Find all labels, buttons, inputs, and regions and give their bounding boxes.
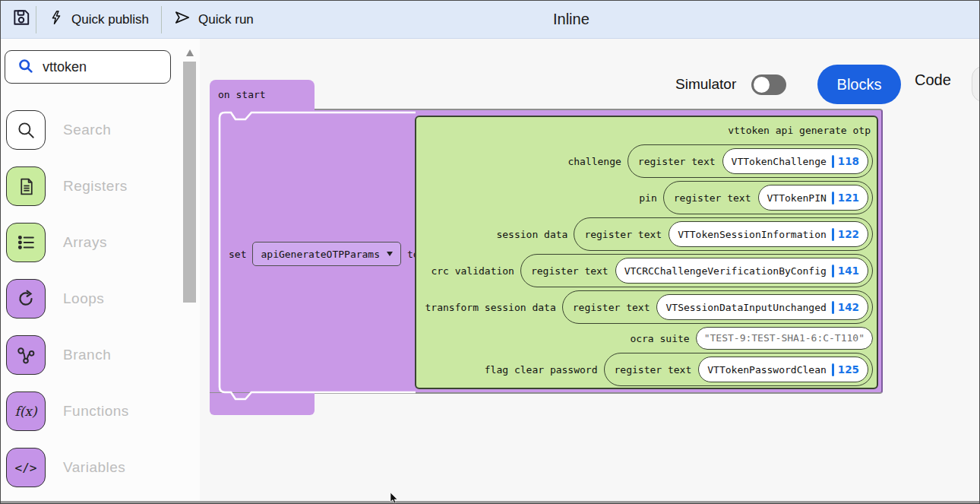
- register-field[interactable]: VTTokenPasswordClean 125: [698, 357, 868, 382]
- list-icon: [6, 223, 46, 262]
- run-send-icon: [174, 9, 191, 30]
- api-row-flag-clear-password: flag clear password register text VTToke…: [485, 353, 873, 386]
- sidebar-item-label: Registers: [63, 166, 128, 206]
- sidebar-item-registers[interactable]: Registers: [6, 166, 181, 206]
- simulator-toggle[interactable]: [751, 74, 786, 95]
- register-input[interactable]: register text VTSessionDataInputUnchange…: [562, 290, 873, 324]
- variable-dropdown[interactable]: apiGenerateOTPParams: [252, 242, 401, 266]
- register-name: VTTokenPIN: [767, 192, 827, 204]
- quick-run-button[interactable]: Quick run: [162, 1, 266, 39]
- register-field[interactable]: VTTokenSessionInformation 122: [669, 221, 868, 247]
- register-input[interactable]: register text VTTokenChallenge 118: [628, 144, 873, 178]
- register-name: VTSessionDataInputUnchanged: [665, 302, 826, 313]
- register-field[interactable]: VTTokenPIN 121: [758, 185, 868, 211]
- register-input[interactable]: register text VTTokenPasswordClean 125: [604, 353, 873, 386]
- sidebar-item-branch[interactable]: Branch: [6, 335, 181, 375]
- api-row-session-data: session data register text VTTokenSessio…: [496, 217, 873, 251]
- sidebar-item-label: Loops: [63, 279, 104, 319]
- row-label: session data: [496, 229, 567, 240]
- api-row-ocra-suite: ocra suite "TEST-9:TEST-SHA1-6:C-T110": [630, 327, 873, 350]
- on-start-block[interactable]: on start: [210, 80, 315, 110]
- api-row-challenge: challenge register text VTTokenChallenge…: [567, 144, 873, 178]
- sidebar-item-label: Arrays: [63, 223, 107, 262]
- vttoken-api-generate-otp-block[interactable]: vttoken api generate otp challenge regis…: [415, 116, 878, 389]
- fx-icon: f(x): [6, 391, 46, 431]
- api-row-transform-session-data: transform session data register text VTS…: [425, 290, 873, 324]
- register-name: VTTokenSessionInformation: [678, 229, 827, 240]
- register-text-label: register text: [674, 192, 751, 204]
- toolbox-sidebar: Search Registers Arrays: [1, 39, 200, 503]
- register-number: 142: [838, 301, 859, 313]
- tab-code[interactable]: Code: [915, 71, 951, 89]
- register-field[interactable]: VTSessionDataInputUnchanged 142: [656, 294, 868, 320]
- register-field[interactable]: VTCRCChallengeVerificationByConfig 141: [615, 258, 868, 284]
- horizontal-scrollbar[interactable]: [1, 501, 979, 503]
- register-name: VTCRCChallengeVerificationByConfig: [624, 265, 827, 277]
- sidebar-item-arrays[interactable]: Arrays: [6, 223, 181, 262]
- register-number: 125: [838, 363, 859, 376]
- lightning-icon: [49, 9, 64, 30]
- register-number-divider: [832, 192, 834, 204]
- api-block-title: vttoken api generate otp: [728, 123, 873, 138]
- row-label: challenge: [567, 156, 621, 167]
- sidebar-scrollbar-thumb[interactable]: [183, 62, 196, 303]
- string-field[interactable]: "TEST-9:TEST-SHA1-6:C-T110": [696, 327, 873, 350]
- sidebar-item-variables[interactable]: </> Variables: [6, 448, 181, 487]
- register-name: VTTokenPasswordClean: [707, 364, 827, 376]
- register-input[interactable]: register text VTCRCChallengeVerification…: [520, 254, 873, 287]
- blocks-canvas[interactable]: Simulator Blocks Code on start set apiGe…: [200, 39, 979, 503]
- quick-publish-label: Quick publish: [71, 12, 149, 27]
- search-icon: [6, 110, 46, 150]
- row-label: pin: [639, 192, 656, 204]
- quick-run-label: Quick run: [198, 12, 254, 27]
- row-label: transform session data: [425, 302, 556, 313]
- page-title: Inline: [553, 11, 590, 28]
- row-label: crc validation: [431, 265, 514, 277]
- toolbox-search[interactable]: [5, 50, 171, 84]
- sidebar-item-search[interactable]: Search: [6, 110, 181, 150]
- save-icon: [11, 8, 31, 31]
- register-number-divider: [832, 301, 834, 314]
- branch-icon: [6, 335, 46, 375]
- toggle-knob: [754, 77, 770, 93]
- sidebar-item-label: Functions: [63, 391, 129, 431]
- set-variable-row: set apiGenerateOTPParams to: [229, 242, 419, 266]
- register-text-label: register text: [573, 302, 650, 313]
- variable-name: apiGenerateOTPParams: [261, 249, 380, 260]
- app-window: Quick publish Quick run Inline: [0, 0, 980, 504]
- register-number: 141: [838, 265, 859, 277]
- on-start-block-foot[interactable]: [210, 393, 315, 415]
- set-keyword: set: [229, 249, 246, 260]
- save-button[interactable]: [7, 1, 36, 39]
- quick-publish-button[interactable]: Quick publish: [36, 1, 161, 39]
- document-icon: [6, 166, 46, 206]
- register-number-divider: [832, 363, 834, 376]
- sidebar-item-label: Variables: [63, 448, 125, 487]
- api-row-pin: pin register text VTTokenPIN 121: [639, 181, 873, 214]
- register-number-divider: [832, 265, 834, 277]
- chevron-down-icon: [387, 252, 393, 256]
- register-number-divider: [832, 155, 834, 168]
- mouse-cursor: [390, 493, 399, 504]
- api-block-content: vttoken api generate otp challenge regis…: [416, 117, 877, 388]
- row-label: flag clear password: [485, 364, 598, 376]
- register-field[interactable]: VTTokenChallenge 118: [722, 148, 868, 174]
- api-row-crc-validation: crc validation register text VTCRCChalle…: [431, 254, 873, 287]
- register-number: 122: [838, 228, 859, 240]
- loop-arrow-icon: [6, 279, 46, 319]
- register-input[interactable]: register text VTTokenPIN 121: [663, 181, 873, 214]
- sidebar-scroll-up-arrow[interactable]: [186, 49, 194, 56]
- sidebar-item-functions[interactable]: f(x) Functions: [6, 391, 181, 431]
- simulator-label: Simulator: [675, 76, 736, 93]
- search-input[interactable]: [43, 59, 156, 75]
- register-name: VTTokenChallenge: [732, 156, 827, 167]
- search-icon: [17, 58, 33, 77]
- code-icon: </>: [6, 448, 46, 487]
- tab-blocks[interactable]: Blocks: [817, 65, 901, 104]
- sidebar-item-loops[interactable]: Loops: [6, 279, 181, 319]
- side-panel-handle[interactable]: [972, 66, 979, 102]
- row-label: ocra suite: [630, 333, 689, 344]
- register-number: 121: [838, 192, 859, 204]
- register-number-divider: [832, 228, 834, 241]
- register-input[interactable]: register text VTTokenSessionInformation …: [574, 217, 873, 251]
